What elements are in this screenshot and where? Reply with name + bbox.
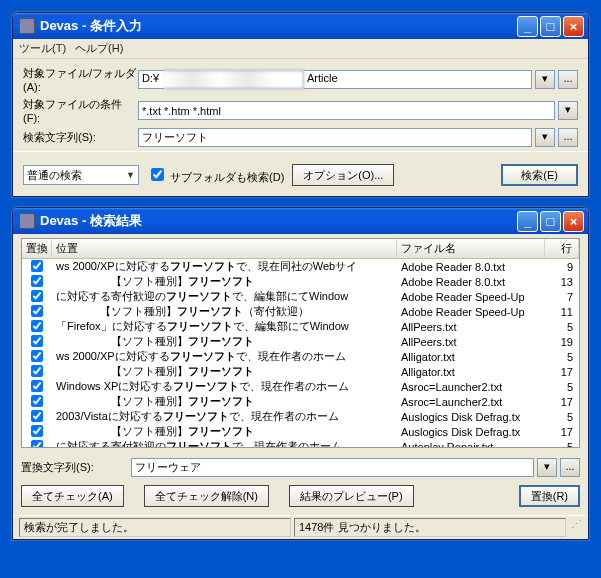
condition-window: Devas - 条件入力 _ □ × ツール(T) ヘルプ(H) 対象ファイル/… [12,12,589,197]
menu-bar: ツール(T) ヘルプ(H) [13,39,588,59]
row-checkbox[interactable] [31,395,43,407]
subfolder-check[interactable]: サブフォルダも検索(D) [147,165,284,185]
search-mode-combo[interactable]: 普通の検索 ▼ [23,165,139,185]
row-filename: AllPeers.txt [397,334,545,350]
row-line: 9 [545,259,579,275]
search-button[interactable]: 検索(E) [501,164,578,186]
searchstr-label: 検索文字列(S): [23,130,138,145]
row-line: 17 [545,394,579,410]
searchstr-input[interactable] [138,128,532,147]
row-line: 19 [545,334,579,350]
row-filename: Adobe Reader Speed-Up [397,289,545,305]
row-line: 7 [545,289,579,305]
row-line: 17 [545,424,579,440]
status-right: 1478件 見つかりました。 [294,518,566,537]
row-filename: Adobe Reader 8.0.txt [397,274,545,290]
target-suffix[interactable]: Article [304,70,532,89]
results-table: 置換 位置 ファイル名 行 ws 2000/XPに対応するフリーソフトで、現在同… [21,238,580,448]
close-button[interactable]: × [563,16,584,37]
row-filename: Adobe Reader Speed-Up [397,304,545,320]
search-mode-label: 普通の検索 [27,168,82,183]
row-line: 5 [545,409,579,425]
row-checkbox[interactable] [31,290,43,302]
row-line: 13 [545,274,579,290]
titlebar[interactable]: Devas - 検索結果 _ □ × [13,208,588,234]
filecond-input[interactable] [138,101,555,120]
header-check[interactable]: 置換 [22,239,52,258]
window-title: Devas - 条件入力 [40,17,515,35]
target-label: 対象ファイル/フォルダ(A): [23,66,138,93]
target-blurred[interactable] [164,70,304,89]
minimize-button[interactable]: _ [517,211,538,232]
header-position[interactable]: 位置 [52,239,397,258]
status-left: 検索が完了しました。 [19,518,291,537]
row-filename: Adobe Reader 8.0.txt [397,259,545,275]
check-all-button[interactable]: 全てチェック(A) [21,485,124,507]
target-prefix[interactable]: D:¥ [138,70,164,89]
row-filename: Alligator.txt [397,364,545,380]
replace-browse-button[interactable]: ... [560,458,580,477]
target-browse-button[interactable]: ... [558,70,578,89]
replace-button[interactable]: 置換(R) [519,485,580,507]
menu-tool[interactable]: ツール(T) [19,42,66,54]
row-filename: Asroc=Launcher2.txt [397,394,545,410]
resize-grip-icon[interactable]: ⋰ [566,518,582,537]
replace-label: 置換文字列(S): [21,460,131,475]
titlebar[interactable]: Devas - 条件入力 _ □ × [13,13,588,39]
searchstr-browse-button[interactable]: ... [558,128,578,147]
maximize-button[interactable]: □ [540,211,561,232]
filecond-label: 対象ファイルの条件(F): [23,97,138,124]
row-checkbox[interactable] [31,350,43,362]
row-checkbox[interactable] [31,335,43,347]
row-line: 5 [545,379,579,395]
row-line: 5 [545,349,579,365]
row-checkbox[interactable] [31,410,43,422]
row-checkbox[interactable] [31,320,43,332]
option-button[interactable]: オプション(O)... [292,164,394,186]
subfolder-label: サブフォルダも検索(D) [170,171,284,183]
preview-button[interactable]: 結果のプレビュー(P) [289,485,414,507]
menu-help[interactable]: ヘルプ(H) [75,42,123,54]
minimize-button[interactable]: _ [517,16,538,37]
replace-dropdown-button[interactable]: ▾ [537,458,557,477]
replace-input[interactable] [131,458,534,477]
app-icon [19,18,35,34]
row-line: 17 [545,364,579,380]
header-filename[interactable]: ファイル名 [397,239,545,258]
row-filename: Alligator.txt [397,349,545,365]
target-dropdown-button[interactable]: ▾ [535,70,555,89]
row-checkbox[interactable] [31,440,43,448]
row-filename: Auslogics Disk Defrag.tx [397,409,545,425]
row-checkbox[interactable] [31,380,43,392]
status-bar: 検索が完了しました。 1478件 見つかりました。 ⋰ [13,515,588,539]
row-checkbox[interactable] [31,365,43,377]
table-row[interactable]: に対応する寄付歓迎のフリーソフトで、現在作者のホームAutoplay Repai… [22,439,579,447]
row-filename: Auslogics Disk Defrag.tx [397,424,545,440]
header-line[interactable]: 行 [545,239,579,258]
row-checkbox[interactable] [31,305,43,317]
close-button[interactable]: × [563,211,584,232]
row-checkbox[interactable] [31,275,43,287]
chevron-down-icon: ▼ [126,170,135,180]
filecond-dropdown-button[interactable]: ▾ [558,101,578,120]
row-filename: Asroc=Launcher2.txt [397,379,545,395]
window-title: Devas - 検索結果 [40,212,515,230]
row-position: に対応する寄付歓迎のフリーソフトで、現在作者のホーム [52,437,397,447]
searchstr-dropdown-button[interactable]: ▾ [535,128,555,147]
row-line: 11 [545,304,579,320]
uncheck-all-button[interactable]: 全てチェック解除(N) [144,485,269,507]
row-checkbox[interactable] [31,260,43,272]
row-checkbox[interactable] [31,425,43,437]
results-window: Devas - 検索結果 _ □ × 置換 位置 ファイル名 行 ws 2000… [12,207,589,540]
row-line: 5 [545,439,579,448]
row-line: 5 [545,319,579,335]
row-filename: AllPeers.txt [397,319,545,335]
subfolder-checkbox[interactable] [151,168,164,181]
row-filename: Autoplay Repair.txt [397,439,545,448]
app-icon [19,213,35,229]
maximize-button[interactable]: □ [540,16,561,37]
